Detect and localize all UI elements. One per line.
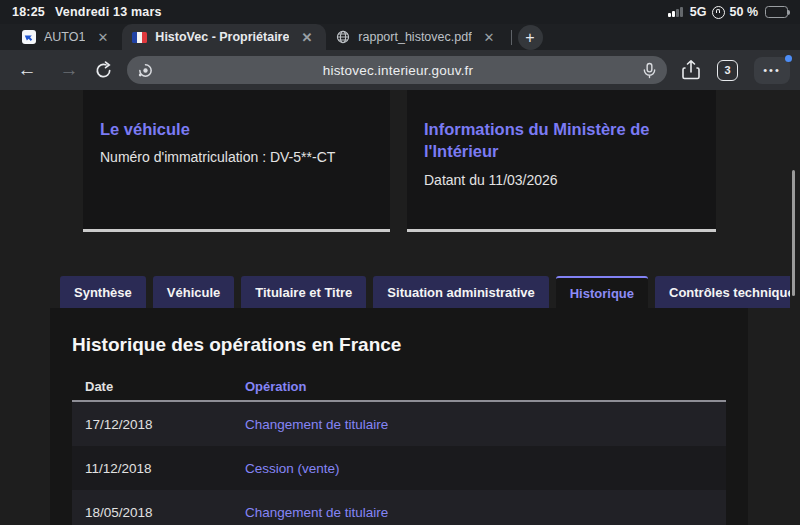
browser-tab-pdf[interactable]: rapport_histovec.pdf ✕ [326, 24, 508, 50]
back-button[interactable]: ← [10, 59, 44, 81]
ipad-screen: 18:25 Vendredi 13 mars 5G 50 % AUTO1 ✕ H… [0, 0, 800, 525]
update-badge [785, 55, 792, 62]
col-date: Date [72, 379, 245, 394]
status-date: Vendredi 13 mars [55, 5, 162, 19]
tab-title: HistoVec - Propriétaire [155, 30, 289, 44]
new-tab-button[interactable]: + [518, 25, 543, 50]
row-date: 11/12/2018 [72, 461, 245, 476]
tab-separator [511, 30, 512, 45]
table-row: 17/12/2018 Changement de titulaire [72, 402, 726, 446]
tab-vehicule[interactable]: Véhicule [153, 276, 234, 308]
url-bar[interactable]: histovec.interieur.gouv.fr [127, 56, 667, 84]
url-text[interactable]: histovec.interieur.gouv.fr [154, 63, 642, 78]
page-scrollbar[interactable] [792, 170, 795, 296]
network-type: 5G [690, 5, 707, 19]
french-flag-favicon [132, 32, 147, 43]
cellular-signal-icon [668, 7, 683, 17]
vehicle-card-title: Le véhicule [100, 118, 360, 140]
report-tabs: Synthèse Véhicule Titulaire et Titre Sit… [60, 276, 790, 308]
vehicle-card: Le véhicule Numéro d'immatriculation : D… [83, 90, 390, 232]
historique-panel: Historique des opérations en France Date… [50, 308, 748, 525]
tab-synthese[interactable]: Synthèse [60, 276, 146, 308]
battery-percent: 50 % [730, 5, 759, 19]
table-row: 18/05/2018 Changement de titulaire [72, 490, 726, 525]
status-bar: 18:25 Vendredi 13 mars 5G 50 % [0, 0, 800, 24]
col-operation: Opération [245, 379, 726, 394]
tab-controles-techniques[interactable]: Contrôles techniques [655, 276, 790, 308]
operation-link[interactable]: Changement de titulaire [245, 417, 388, 432]
forward-button[interactable]: → [52, 59, 86, 81]
row-date: 18/05/2018 [72, 505, 245, 520]
globe-favicon [336, 30, 350, 44]
browser-tab-auto1[interactable]: AUTO1 ✕ [12, 24, 122, 50]
tab-title: rapport_histovec.pdf [358, 30, 471, 44]
histovec-page: Le véhicule Numéro d'immatriculation : D… [0, 90, 800, 525]
tab-switcher-button[interactable]: 3 [717, 60, 738, 81]
table-header: Date Opération [72, 372, 726, 402]
tab-title: AUTO1 [44, 30, 85, 44]
operation-link[interactable]: Changement de titulaire [245, 505, 388, 520]
close-tab-icon[interactable]: ✕ [93, 30, 112, 45]
panel-heading: Historique des opérations en France [72, 334, 726, 356]
browser-tab-histovec[interactable]: HistoVec - Propriétaire ✕ [122, 24, 326, 50]
browser-tab-strip: AUTO1 ✕ HistoVec - Propriétaire ✕ rappor… [0, 24, 800, 50]
row-date: 17/12/2018 [72, 417, 245, 432]
reload-button[interactable] [94, 61, 113, 80]
ministry-card-text: Datant du 11/03/2026 [424, 172, 686, 188]
menu-button[interactable]: ••• [754, 57, 790, 84]
close-tab-icon[interactable]: ✕ [480, 30, 499, 45]
auto1-favicon [22, 30, 36, 44]
more-icon: ••• [763, 64, 781, 76]
tab-historique[interactable]: Historique [556, 276, 648, 308]
ministry-card-title: Informations du Ministère de l'Intérieur [424, 118, 686, 163]
close-tab-icon[interactable]: ✕ [297, 30, 316, 45]
tab-situation-administrative[interactable]: Situation administrative [373, 276, 548, 308]
share-icon[interactable] [681, 59, 701, 81]
operation-link[interactable]: Cession (vente) [245, 461, 340, 476]
status-time: 18:25 [12, 5, 45, 19]
tab-titulaire[interactable]: Titulaire et Titre [241, 276, 366, 308]
table-row: 11/12/2018 Cession (vente) [72, 446, 726, 490]
rotation-lock-icon [712, 6, 725, 19]
ministry-card: Informations du Ministère de l'Intérieur… [407, 90, 716, 232]
vehicle-card-text: Numéro d'immatriculation : DV-5**-CT [100, 149, 360, 165]
microphone-icon[interactable] [642, 62, 657, 79]
browser-toolbar: ← → histovec.interieur.gouv.fr [0, 50, 800, 90]
lens-icon [137, 62, 154, 79]
operations-table: Date Opération 17/12/2018 Changement de … [72, 372, 726, 525]
battery-icon [765, 6, 788, 18]
